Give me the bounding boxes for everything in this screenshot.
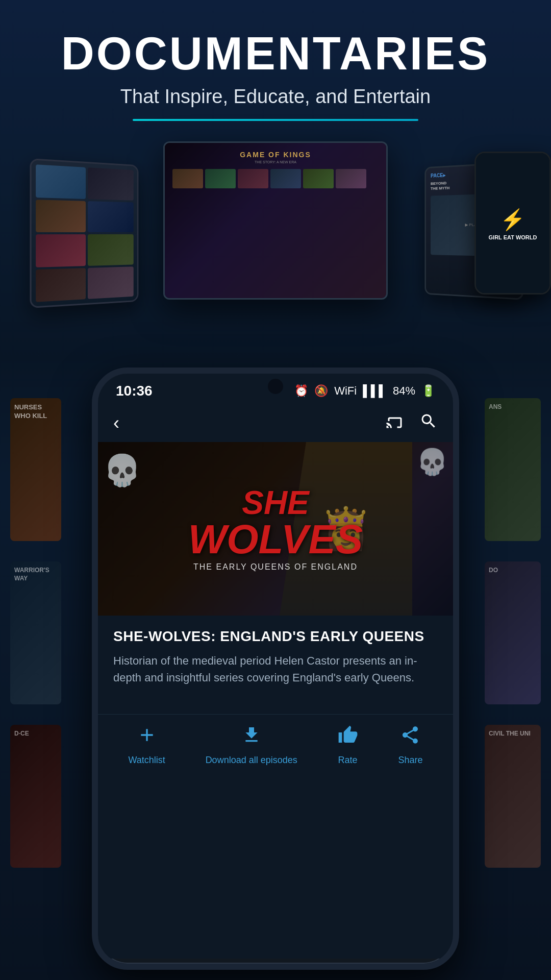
download-label: Download all episodes — [206, 755, 297, 766]
thumb-dark1 — [88, 167, 134, 200]
download-icon — [241, 725, 262, 750]
rate-button[interactable]: Rate — [338, 725, 358, 766]
watchlist-icon — [137, 725, 157, 750]
thumb-vampire — [36, 234, 86, 267]
right2-card-text: DO — [485, 561, 541, 580]
show-description: Historian of the medieval period Helen C… — [113, 652, 438, 686]
navigation-bar: ‹ — [98, 404, 453, 442]
right1-card-text: ANS — [485, 398, 541, 416]
phone-small-device: ⚡ GIRL EAT WORLD — [474, 152, 551, 295]
girl-eat-world-content: ⚡ GIRL EAT WORLD — [484, 200, 542, 246]
monitor-device: GAME OF KINGS THE STORY: A NEW ERA — [163, 141, 388, 300]
rate-icon — [338, 725, 358, 750]
wolves-text: WOLVES — [188, 519, 363, 560]
warrior-card-text: WARRIOR'S WAY — [10, 561, 61, 587]
tablet-left-device — [30, 158, 138, 308]
mon-thumb-2 — [205, 169, 236, 188]
skull-right-icon: 💀 — [416, 447, 448, 477]
bg-card-nurses: NURSES WHO KILL — [10, 398, 61, 541]
girl-eat-world-title: GIRL EAT WORLD — [489, 234, 537, 240]
queens-subtitle: THE EARLY QUEENS OF ENGLAND — [188, 562, 363, 572]
share-label: Share — [398, 755, 422, 766]
bg-card-right1: ANS — [485, 398, 541, 541]
wifi-icon: WiFi — [334, 384, 357, 398]
share-button[interactable]: Share — [398, 725, 422, 766]
phone-content: ‹ — [98, 404, 453, 959]
show-title: SHE-WOLVES: ENGLAND'S EARLY QUEENS — [113, 628, 438, 645]
bg-card-right3: CIVIL THE UNI — [485, 725, 541, 868]
phone-mockup: 10:36 ⏰ 🔕 WiFi ▌▌▌ 84% 🔋 ‹ — [92, 368, 459, 970]
devices-showcase: GAME OF KINGS THE STORY: A NEW ERA — [0, 136, 551, 351]
sub-heading: That Inspire, Educate, and Entertain — [120, 86, 431, 108]
monitor-game-subtitle: THE STORY: A NEW ERA — [172, 160, 379, 164]
bg-card-left3: D·CE — [10, 725, 61, 868]
watchlist-button[interactable]: Watchlist — [128, 725, 165, 766]
search-icon[interactable] — [419, 412, 438, 434]
mon-thumb-1 — [172, 169, 203, 188]
watchlist-label: Watchlist — [128, 755, 165, 766]
share-icon — [400, 725, 420, 750]
bg-card-warrior: WARRIOR'S WAY — [10, 561, 61, 704]
top-banner: DOCUMENTARIES That Inspire, Educate, and… — [0, 0, 551, 357]
action-buttons-bar: Watchlist Download all episodes — [98, 714, 453, 781]
mon-thumb-6 — [336, 169, 366, 188]
monitor-stand — [255, 298, 296, 300]
signal-icon: ▌▌▌ — [363, 384, 387, 398]
thumb-space — [88, 201, 134, 233]
thumb-time-team — [36, 164, 86, 199]
alarm-icon: ⏰ — [294, 384, 308, 398]
hero-image: 💀 💀 SHE WOLVES THE EARLY QUEENS OF ENGLA… — [98, 442, 453, 616]
right3-card-text: CIVIL THE UNI — [485, 725, 541, 743]
monitor-game-title: GAME OF KINGS — [172, 151, 379, 159]
content-area: SHE-WOLVES: ENGLAND'S EARLY QUEENS Histo… — [98, 616, 453, 714]
thumb-dark2 — [36, 268, 86, 302]
main-heading: DOCUMENTARIES — [61, 31, 490, 77]
title-divider — [133, 119, 418, 121]
monitor-thumbnails — [172, 169, 379, 188]
bg-card-right2: DO — [485, 561, 541, 704]
nurses-card-text: NURSES WHO KILL — [10, 398, 61, 426]
status-icons: ⏰ 🔕 WiFi ▌▌▌ 84% 🔋 — [294, 384, 435, 398]
status-time: 10:36 — [116, 383, 153, 399]
she-wolves-logo: SHE WOLVES THE EARLY QUEENS OF ENGLAND — [188, 486, 363, 572]
battery-percent: 84% — [393, 384, 415, 398]
mon-thumb-3 — [238, 169, 268, 188]
camera-notch — [268, 379, 283, 394]
mon-thumb-4 — [270, 169, 301, 188]
mute-icon: 🔕 — [314, 384, 328, 398]
skull-left-icon: 💀 — [103, 452, 141, 488]
mon-thumb-5 — [303, 169, 334, 188]
thumb-out-europe — [36, 200, 86, 232]
left3-card-text: D·CE — [10, 725, 61, 743]
lightning-icon: ⚡ — [489, 208, 537, 232]
rate-label: Rate — [338, 755, 358, 766]
bottom-section: NURSES WHO KILL WARRIOR'S WAY D·CE ANS D… — [0, 357, 551, 980]
download-button[interactable]: Download all episodes — [206, 725, 297, 766]
thumb-casio — [88, 234, 134, 266]
back-button[interactable]: ‹ — [113, 412, 119, 434]
thumb-more — [88, 266, 134, 299]
nav-right-icons — [386, 412, 438, 434]
cast-icon[interactable] — [386, 412, 404, 434]
she-text: SHE — [188, 486, 363, 519]
battery-icon: 🔋 — [421, 384, 435, 398]
